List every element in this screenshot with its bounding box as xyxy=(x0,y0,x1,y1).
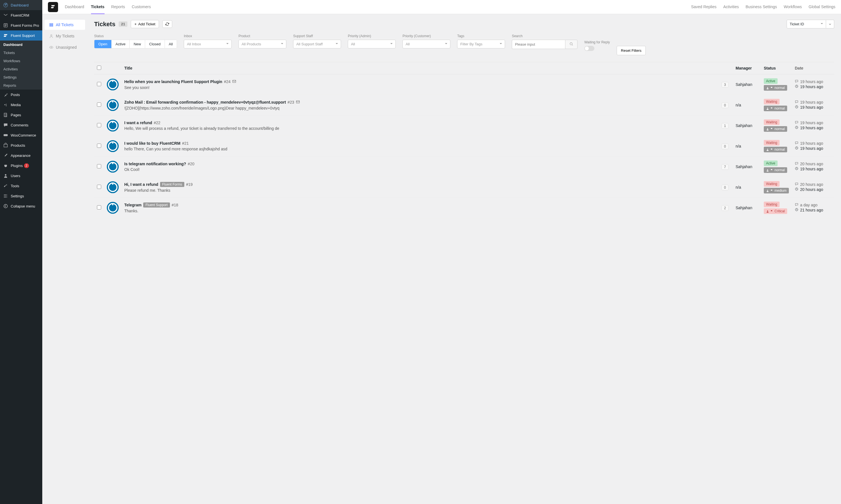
search-by-more-toggle[interactable] xyxy=(826,20,834,29)
wp-menu-comments[interactable]: Comments xyxy=(0,120,42,130)
table-row[interactable]: Hello when you are launching Fluent Supp… xyxy=(94,74,834,95)
wp-menu-tools[interactable]: Tools xyxy=(0,181,42,191)
wp-menu-woocommerce[interactable]: WooCommerce xyxy=(0,130,42,140)
search-by-select[interactable]: Ticket ID xyxy=(787,20,826,29)
row-checkbox[interactable] xyxy=(97,144,101,148)
collapse-menu[interactable]: Collapse menu xyxy=(0,201,42,211)
filter-priority-cust-label: Priority (Customer) xyxy=(402,34,450,38)
table-row[interactable]: Zoho Mail : Email forwarding confirmatio… xyxy=(94,95,834,115)
priority-cust-select[interactable]: All xyxy=(402,40,450,49)
wp-submenu: DashboardTicketsWorkflowsActivitiesSetti… xyxy=(0,40,42,90)
wp-menu-dashboard[interactable]: Dashboard xyxy=(0,0,42,10)
wp-submenu-workflows[interactable]: Workflows xyxy=(0,57,42,65)
wp-menu-posts[interactable]: Posts xyxy=(0,90,42,100)
wp-menu-fluent-support[interactable]: Fluent Support xyxy=(0,31,42,40)
tags-select[interactable]: Filter By Tags xyxy=(457,40,505,49)
ticket-sidebar-unassigned[interactable]: Unassigned xyxy=(45,42,85,52)
status-tab-all[interactable]: All xyxy=(165,40,177,48)
select-all-checkbox[interactable] xyxy=(97,66,101,70)
ticket-title: Telegram xyxy=(124,203,141,207)
wp-submenu-activities[interactable]: Activities xyxy=(0,65,42,73)
wp-submenu-settings[interactable]: Settings xyxy=(0,73,42,82)
inbox-select[interactable]: All Inbox xyxy=(184,40,232,49)
wp-submenu-dashboard[interactable]: Dashboard xyxy=(0,40,42,49)
row-checkbox[interactable] xyxy=(97,205,101,210)
content-main: Tickets 21 + Add Ticket Ticket ID xyxy=(87,14,841,504)
wp-menu-media[interactable]: Media xyxy=(0,100,42,110)
top-tab-business-settings[interactable]: Business Settings xyxy=(745,0,777,14)
svg-rect-44 xyxy=(112,182,113,185)
manager-name: Sahjahan xyxy=(733,198,761,218)
ticket-id: #20 xyxy=(188,162,194,166)
brush-icon xyxy=(3,152,8,158)
wp-submenu-tickets[interactable]: Tickets xyxy=(0,49,42,57)
woo-icon xyxy=(3,132,8,138)
wp-menu-settings[interactable]: Settings xyxy=(0,191,42,201)
status-tab-open[interactable]: Open xyxy=(95,40,111,48)
search-button[interactable] xyxy=(565,40,578,49)
filter-status-label: Status xyxy=(94,34,177,38)
filters: Status OpenActiveNewClosedAll Inbox All … xyxy=(94,34,834,55)
row-checkbox[interactable] xyxy=(97,82,101,86)
top-tab-customers[interactable]: Customers xyxy=(132,0,151,14)
main-content: DashboardTicketsReportsCustomers Saved R… xyxy=(42,0,841,504)
wp-menu-users[interactable]: Users xyxy=(0,170,42,181)
wp-menu-label: Settings xyxy=(11,194,24,198)
wp-menu-label: Comments xyxy=(11,123,29,127)
staff-value: All Support Staff xyxy=(296,42,323,46)
reset-filters-button[interactable]: Reset Filters xyxy=(617,46,646,55)
status-badge: Waiting xyxy=(764,202,779,207)
comment-icon xyxy=(3,122,8,128)
add-ticket-button[interactable]: + Add Ticket xyxy=(131,20,159,28)
top-tab-activities[interactable]: Activities xyxy=(723,0,739,14)
clock-icon xyxy=(795,167,799,171)
wp-menu-products[interactable]: Products xyxy=(0,140,42,150)
ticket-sidebar-my-tickets[interactable]: My Tickets xyxy=(45,31,85,41)
status-tab-closed[interactable]: Closed xyxy=(145,40,165,48)
table-row[interactable]: Telegram Fluent Support #18 Thanks. 2 Sa… xyxy=(94,198,834,218)
row-checkbox[interactable] xyxy=(97,123,101,127)
top-tab-global-settings[interactable]: Global Settings xyxy=(809,0,835,14)
wp-menu-label: Fluent Forms Pro xyxy=(11,23,39,28)
tickets-table: Title Manager Status Date Hello when you… xyxy=(94,62,834,218)
filter-inbox-label: Inbox xyxy=(184,34,232,38)
wp-menu-fluentcrm[interactable]: FluentCRM xyxy=(0,10,42,20)
plus-icon: + xyxy=(134,22,137,26)
status-tab-active[interactable]: Active xyxy=(111,40,130,48)
table-row[interactable]: I want a refund #22 Hello, We will proce… xyxy=(94,115,834,136)
search-input[interactable] xyxy=(512,40,565,49)
table-row[interactable]: Hi, I want a refund Fluent Forms #19 Ple… xyxy=(94,177,834,198)
priority-badge: normal xyxy=(764,106,787,111)
manager-name: Sahjahan xyxy=(733,157,761,177)
product-select[interactable]: All Products xyxy=(238,40,286,49)
refresh-button[interactable] xyxy=(162,20,172,28)
ticket-title: I want a refund xyxy=(124,121,152,125)
row-checkbox[interactable] xyxy=(97,103,101,107)
top-tab-dashboard[interactable]: Dashboard xyxy=(65,0,84,14)
user-icon xyxy=(3,173,8,179)
staff-select[interactable]: All Support Staff xyxy=(293,40,341,49)
wp-menu-pages[interactable]: Pages xyxy=(0,110,42,120)
wp-menu-plugins[interactable]: Plugins2 xyxy=(0,161,42,170)
support-icon xyxy=(3,33,8,38)
top-tab-workflows[interactable]: Workflows xyxy=(784,0,802,14)
ticket-title: Hi, I want a refund xyxy=(124,182,158,187)
reply-count: 7 xyxy=(721,164,728,170)
wp-admin-sidebar: DashboardFluentCRMFluent Forms ProFluent… xyxy=(0,0,42,504)
ticket-sidebar-all-tickets[interactable]: All Tickets xyxy=(45,20,85,30)
wp-submenu-reports[interactable]: Reports xyxy=(0,82,42,90)
top-tab-tickets[interactable]: Tickets xyxy=(91,0,105,14)
table-row[interactable]: Is telegram notification working? #20 Ok… xyxy=(94,157,834,177)
wp-menu-appearance[interactable]: Appearance xyxy=(0,150,42,161)
priority-admin-select[interactable]: All xyxy=(348,40,396,49)
filter-priority-admin: Priority (Admin) All xyxy=(348,34,396,55)
status-tab-new[interactable]: New xyxy=(130,40,145,48)
table-row[interactable]: I would like to buy FluentCRM #21 hello … xyxy=(94,136,834,157)
avatar xyxy=(107,140,119,152)
wp-menu-fluent-forms-pro[interactable]: Fluent Forms Pro xyxy=(0,20,42,31)
row-checkbox[interactable] xyxy=(97,164,101,168)
top-tab-reports[interactable]: Reports xyxy=(111,0,125,14)
top-tab-saved-replies[interactable]: Saved Replies xyxy=(691,0,717,14)
waiting-toggle[interactable] xyxy=(584,46,595,51)
row-checkbox[interactable] xyxy=(97,185,101,189)
